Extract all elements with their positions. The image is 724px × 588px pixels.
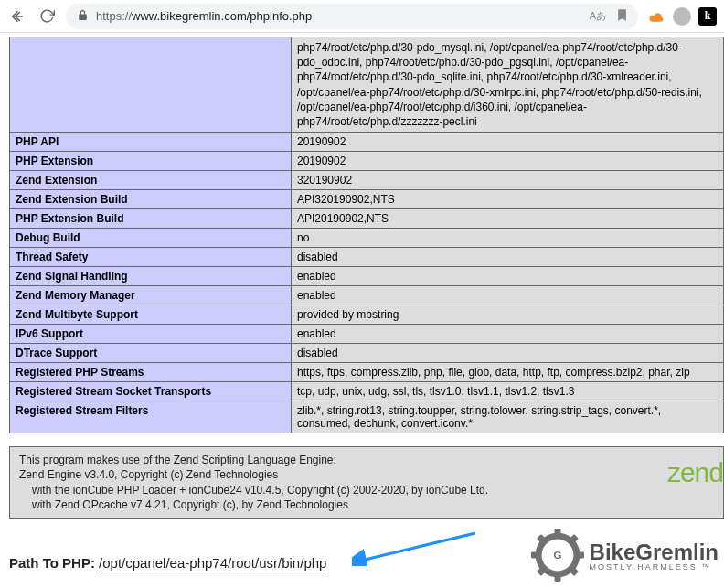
bikegremlin-logo: G BikeGremlin MOSTLY HARMLESS ™	[531, 529, 719, 584]
table-value: tcp, udp, unix, udg, ssl, tls, tlsv1.0, …	[292, 382, 724, 401]
table-row: PHP API20190902	[10, 133, 724, 152]
table-row: Thread Safetydisabled	[10, 248, 724, 267]
table-label: Registered PHP Streams	[10, 363, 292, 382]
table-label: Debug Build	[10, 229, 292, 248]
table-value: API20190902,NTS	[292, 209, 724, 229]
table-row: PHP Extension20190902	[10, 152, 724, 171]
path-label: Path To PHP:	[9, 555, 99, 571]
page-content: php74/root/etc/php.d/30-pdo_mysql.ini, /…	[0, 33, 724, 588]
table-value: zlib.*, string.rot13, string.toupper, st…	[292, 401, 724, 433]
footer-line: with the ionCube PHP Loader + ionCube24 …	[19, 483, 714, 497]
table-value: enabled	[292, 267, 724, 286]
table-row: php74/root/etc/php.d/30-pdo_mysql.ini, /…	[10, 37, 724, 133]
extension-icons: k	[647, 7, 717, 26]
table-label: PHP API	[10, 133, 292, 152]
table-value: disabled	[292, 344, 724, 363]
table-row: Registered Stream Filterszlib.*, string.…	[10, 401, 724, 433]
table-value: enabled	[292, 325, 724, 344]
footer-line: This program makes use of the Zend Scrip…	[19, 453, 714, 467]
extension-cloudflare-icon[interactable]	[647, 7, 665, 26]
phpinfo-table: php74/root/etc/php.d/30-pdo_mysql.ini, /…	[9, 37, 724, 433]
table-row: Debug Buildno	[10, 229, 724, 248]
table-row: PHP Extension BuildAPI20190902,NTS	[10, 209, 724, 229]
table-label: Zend Signal Handling	[10, 267, 292, 286]
table-value: php74/root/etc/php.d/30-pdo_mysql.ini, /…	[292, 37, 724, 133]
table-row: Zend Memory Managerenabled	[10, 286, 724, 305]
extension-k-icon[interactable]: k	[698, 7, 717, 26]
table-label	[10, 37, 292, 133]
table-value: API320190902,NTS	[292, 190, 724, 209]
table-value: provided by mbstring	[292, 305, 724, 325]
table-label: Zend Memory Manager	[10, 286, 292, 305]
table-label: Zend Multibyte Support	[10, 305, 292, 325]
lock-icon	[77, 9, 89, 24]
translate-icon[interactable]: Aあ	[590, 9, 606, 23]
table-value: no	[292, 229, 724, 248]
table-value: 320190902	[292, 171, 724, 190]
address-bar[interactable]: https://www.bikegremlin.com/phpinfo.php …	[66, 4, 638, 29]
zend-logo: zend	[667, 454, 723, 492]
table-row: Registered Stream Socket Transportstcp, …	[10, 382, 724, 401]
svg-rect-5	[554, 529, 560, 536]
table-row: Zend Multibyte Supportprovided by mbstri…	[10, 305, 724, 325]
extension-grey-icon[interactable]	[673, 7, 691, 26]
browser-chrome: https://www.bikegremlin.com/phpinfo.php …	[0, 0, 724, 33]
table-label: IPv6 Support	[10, 325, 292, 344]
url-text: https://www.bikegremlin.com/phpinfo.php	[96, 9, 582, 23]
table-row: DTrace Supportdisabled	[10, 344, 724, 363]
table-label: Registered Stream Socket Transports	[10, 382, 292, 401]
table-label: Registered Stream Filters	[10, 401, 292, 433]
table-label: PHP Extension Build	[10, 209, 292, 229]
zend-footer: This program makes use of the Zend Scrip…	[9, 446, 724, 519]
reload-button[interactable]	[37, 6, 57, 27]
table-row: Zend Extension320190902	[10, 171, 724, 190]
bookmark-icon[interactable]	[615, 8, 629, 25]
table-label: PHP Extension	[10, 152, 292, 171]
table-value: disabled	[292, 248, 724, 267]
bikegremlin-text: BikeGremlin MOSTLY HARMLESS ™	[590, 541, 719, 572]
table-row: Zend Extension BuildAPI320190902,NTS	[10, 190, 724, 209]
table-value: 20190902	[292, 152, 724, 171]
table-row: Zend Signal Handlingenabled	[10, 267, 724, 286]
svg-text:G: G	[553, 549, 561, 561]
path-value: /opt/cpanel/ea-php74/root/usr/bin/php	[99, 555, 326, 572]
footer-line: with Zend OPcache v7.4.21, Copyright (c)…	[19, 497, 714, 512]
table-label: Zend Extension Build	[10, 190, 292, 209]
table-row: IPv6 Supportenabled	[10, 325, 724, 344]
table-row: Registered PHP Streamshttps, ftps, compr…	[10, 363, 724, 382]
back-button[interactable]	[7, 6, 27, 27]
table-value: 20190902	[292, 133, 724, 152]
table-value: enabled	[292, 286, 724, 305]
table-value: https, ftps, compress.zlib, php, file, g…	[292, 363, 724, 382]
table-label: Zend Extension	[10, 171, 292, 190]
table-label: Thread Safety	[10, 248, 292, 267]
table-label: DTrace Support	[10, 344, 292, 363]
footer-line: Zend Engine v3.4.0, Copyright (c) Zend T…	[19, 467, 714, 482]
gear-icon: G	[531, 529, 584, 584]
